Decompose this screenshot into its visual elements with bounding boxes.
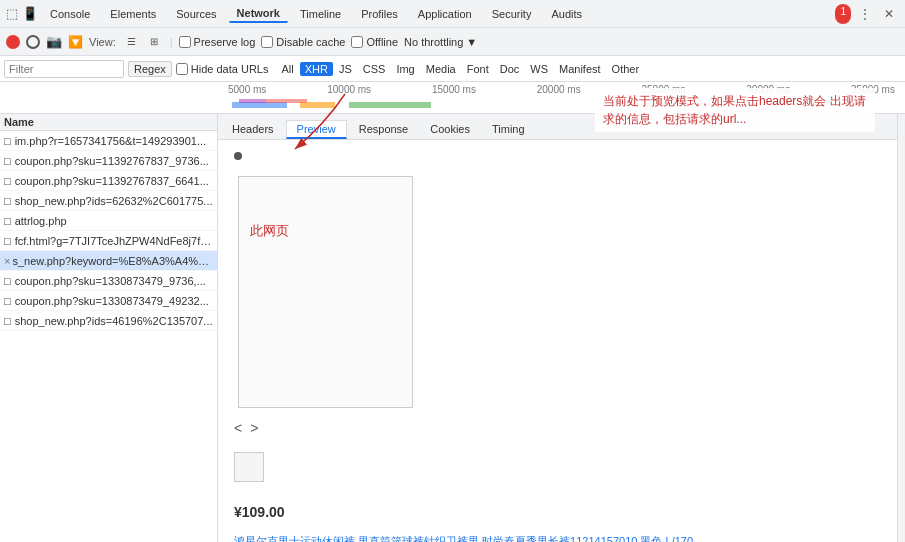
list-item[interactable]: □ shop_new.php?ids=62632%2C601775...	[0, 191, 217, 211]
list-item[interactable]: □ attrlog.php	[0, 211, 217, 231]
preserve-log-checkbox[interactable]	[179, 36, 191, 48]
close-row-icon[interactable]: ×	[4, 255, 10, 267]
prev-arrow[interactable]: <	[234, 420, 242, 436]
tab-elements[interactable]: Elements	[102, 6, 164, 22]
list-item[interactable]: □ shop_new.php?ids=46196%2C135707...	[0, 311, 217, 331]
tab-audits[interactable]: Audits	[543, 6, 590, 22]
throttle-select[interactable]: No throttling ▼	[404, 36, 477, 48]
more-options-button[interactable]: ⋮	[855, 4, 875, 24]
list-item[interactable]: □ im.php?r=1657341756&t=149293901...	[0, 131, 217, 151]
type-tab-js[interactable]: JS	[334, 62, 357, 76]
tab-profiles[interactable]: Profiles	[353, 6, 406, 22]
detail-panel: Headers Preview Response Cookies Timing	[218, 114, 897, 542]
tab-console[interactable]: Console	[42, 6, 98, 22]
list-item[interactable]: □ coupon.php?sku=11392767837_6641...	[0, 171, 217, 191]
item-text: coupon.php?sku=11392767837_9736...	[15, 155, 209, 167]
hide-data-urls-checkbox[interactable]	[176, 63, 188, 75]
timeline-label-5: 30000 ms	[746, 84, 790, 95]
tab-security[interactable]: Security	[484, 6, 540, 22]
timeline-label-1: 10000 ms	[327, 84, 371, 95]
file-icon: □	[4, 135, 11, 147]
item-text: coupon.php?sku=1330873479_49232...	[15, 295, 209, 307]
preview-list-section	[226, 448, 889, 492]
scrollbar[interactable]	[897, 114, 905, 542]
type-tab-manifest[interactable]: Manifest	[554, 62, 606, 76]
type-tab-media[interactable]: Media	[421, 62, 461, 76]
type-tab-other[interactable]: Other	[607, 62, 645, 76]
filter-icon[interactable]: 🔽	[68, 35, 83, 49]
tab-preview[interactable]: Preview	[286, 120, 347, 139]
device-icon[interactable]: 📱	[22, 6, 38, 21]
tab-application[interactable]: Application	[410, 6, 480, 22]
file-icon: □	[4, 215, 11, 227]
disable-cache-checkbox[interactable]	[261, 36, 273, 48]
stop-record-button[interactable]	[26, 35, 40, 49]
timeline-label-2: 15000 ms	[432, 84, 476, 95]
offline-toggle[interactable]: Offline	[351, 36, 398, 48]
timeline-label-0: 5000 ms	[228, 84, 266, 95]
item-text: coupon.php?sku=11392767837_6641...	[15, 175, 209, 187]
item-text: attrlog.php	[15, 215, 67, 227]
type-tab-img[interactable]: Img	[391, 62, 419, 76]
screenshot-icon[interactable]: 📷	[46, 34, 62, 49]
close-devtools-button[interactable]: ✕	[879, 4, 899, 24]
list-view-button[interactable]: ☰	[122, 32, 142, 52]
grid-view-button[interactable]: ⊞	[144, 32, 164, 52]
tab-sources[interactable]: Sources	[168, 6, 224, 22]
type-filter-tabs: All XHR JS CSS Img Media Font Doc WS Man…	[276, 62, 644, 76]
request-list: Name □ im.php?r=1657341756&t=149293901..…	[0, 114, 218, 542]
throttle-chevron: ▼	[466, 36, 477, 48]
preview-box	[238, 176, 413, 408]
error-badge: 1	[835, 4, 851, 24]
file-icon: □	[4, 175, 11, 187]
file-icon: □	[4, 195, 11, 207]
disable-cache-toggle[interactable]: Disable cache	[261, 36, 345, 48]
price-display: ¥109.00	[226, 500, 889, 524]
next-arrow[interactable]: >	[250, 420, 258, 436]
filter-input[interactable]	[4, 60, 124, 78]
preview-list-item	[234, 452, 881, 482]
filter-bar: Regex Hide data URLs All XHR JS CSS Img …	[0, 56, 905, 82]
tab-cookies[interactable]: Cookies	[420, 121, 480, 139]
list-item[interactable]: □ coupon.php?sku=11392767837_9736...	[0, 151, 217, 171]
item-text: coupon.php?sku=1330873479_9736,...	[15, 275, 206, 287]
list-item[interactable]: □ coupon.php?sku=1330873479_49232...	[0, 291, 217, 311]
type-tab-font[interactable]: Font	[462, 62, 494, 76]
type-tab-xhr[interactable]: XHR	[300, 62, 333, 76]
bici-label: 此网页	[250, 222, 289, 240]
hide-data-urls-toggle[interactable]: Hide data URLs	[176, 63, 269, 75]
offline-checkbox[interactable]	[351, 36, 363, 48]
file-icon: □	[4, 275, 11, 287]
inspect-icon[interactable]: ⬚	[6, 6, 18, 21]
type-tab-css[interactable]: CSS	[358, 62, 391, 76]
timeline-label-3: 20000 ms	[537, 84, 581, 95]
tab-timeline[interactable]: Timeline	[292, 6, 349, 22]
list-item-selected[interactable]: × s_new.php?keyword=%E8%A3%A4%E...	[0, 251, 217, 271]
product-link[interactable]: 鸿星尔克男士运动休闲裤 男直筒篮球裤针织卫裤男 时尚春夏季男长裤11214157…	[226, 532, 889, 542]
item-text: fcf.html?g=7TJI7TceJhZPW4NdFe8j7fe...	[15, 235, 213, 247]
list-item[interactable]: □ coupon.php?sku=1330873479_9736,...	[0, 271, 217, 291]
preview-navigation: < >	[226, 416, 889, 440]
tab-headers[interactable]: Headers	[222, 121, 284, 139]
type-tab-all[interactable]: All	[276, 62, 298, 76]
name-column-header: Name	[4, 116, 34, 128]
preserve-log-toggle[interactable]: Preserve log	[179, 36, 256, 48]
preview-bullet	[234, 152, 242, 160]
product-thumbnail	[234, 452, 264, 482]
regex-toggle[interactable]: Regex	[128, 61, 172, 77]
main-content: Name □ im.php?r=1657341756&t=149293901..…	[0, 114, 905, 542]
item-text: shop_new.php?ids=62632%2C601775...	[15, 195, 213, 207]
timeline-label-4: 25000 ms	[642, 84, 686, 95]
detail-tabs: Headers Preview Response Cookies Timing	[218, 114, 897, 140]
timeline-labels: 5000 ms 10000 ms 15000 ms 20000 ms 25000…	[218, 84, 905, 95]
preview-content: < > ¥109.00 鸿星尔克男士运动休闲裤 男直筒篮球裤针织卫裤男 时尚春夏…	[218, 140, 897, 542]
devtools-tab-bar: ⬚ 📱 Console Elements Sources Network Tim…	[0, 0, 905, 28]
type-tab-ws[interactable]: WS	[525, 62, 553, 76]
list-item[interactable]: □ fcf.html?g=7TJI7TceJhZPW4NdFe8j7fe...	[0, 231, 217, 251]
list-header: Name	[0, 114, 217, 131]
tab-response[interactable]: Response	[349, 121, 419, 139]
record-button[interactable]	[6, 35, 20, 49]
tab-network[interactable]: Network	[229, 5, 288, 23]
type-tab-doc[interactable]: Doc	[495, 62, 525, 76]
tab-timing[interactable]: Timing	[482, 121, 535, 139]
